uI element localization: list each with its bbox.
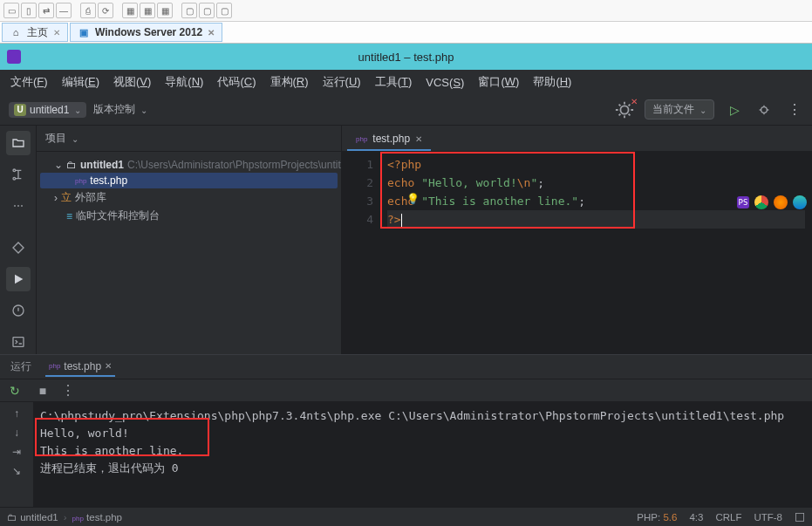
- console-line: This is another line.: [40, 442, 805, 460]
- left-tool-rail: ⋯: [0, 126, 37, 354]
- run-button[interactable]: ▷: [725, 100, 744, 120]
- main-toolbar: U untitled1 版本控制 ✕ 当前文件 ▷ ⋮: [0, 94, 812, 126]
- session-tab-home[interactable]: ⌂ 主页 ✕: [2, 23, 68, 42]
- edge-icon[interactable]: [793, 195, 807, 209]
- structure-tool-icon[interactable]: [6, 162, 31, 187]
- chevron-down-icon: ⌄: [54, 159, 63, 171]
- close-icon[interactable]: ✕: [415, 134, 422, 144]
- os-toolbar-icon[interactable]: ⎙: [80, 3, 96, 18]
- session-tab-windows[interactable]: ▣ Windows Server 2012 ✕: [70, 23, 222, 42]
- terminal-tool-icon[interactable]: [6, 330, 31, 354]
- rerun-button[interactable]: ↻: [5, 381, 24, 400]
- editor-tab-test-php[interactable]: php test.php ✕: [347, 128, 431, 151]
- version-control-button[interactable]: 版本控制: [93, 102, 147, 117]
- menu-file[interactable]: 文件(F): [5, 72, 53, 92]
- chevron-right-icon: ›: [54, 192, 58, 204]
- status-encoding[interactable]: UTF-8: [754, 512, 782, 523]
- os-toolbar-icon[interactable]: ⟳: [98, 3, 113, 18]
- phpstorm-preview-icon[interactable]: PS: [737, 196, 749, 208]
- tree-external-libraries[interactable]: › ⽴ 外部库: [40, 188, 338, 207]
- console-command: C:\phpstudy_pro\Extensions\php\php7.3.4n…: [40, 407, 805, 425]
- debug-bug-icon[interactable]: ✕: [615, 100, 634, 120]
- editor-area: php test.php ✕ 1 2 3 4 💡 PS: [342, 126, 812, 354]
- status-php-version[interactable]: PHP: 5.6: [637, 512, 677, 523]
- chevron-down-icon: [70, 133, 78, 145]
- os-toolbar-icon[interactable]: ▢: [216, 3, 232, 18]
- svg-rect-6: [13, 338, 24, 347]
- breadcrumb-item[interactable]: php test.php: [72, 512, 122, 523]
- tree-file-test-php[interactable]: php test.php: [40, 173, 338, 188]
- more-tool-icon[interactable]: ⋯: [6, 194, 31, 218]
- os-toolbar-icon[interactable]: ▯: [21, 3, 37, 18]
- menu-run[interactable]: 运行(U): [317, 72, 366, 92]
- run-tool-icon[interactable]: [6, 267, 31, 291]
- menu-help[interactable]: 帮助(H): [528, 72, 577, 92]
- chevron-down-icon: [698, 104, 706, 116]
- tree-scratches[interactable]: ≡ 临时文件和控制台: [40, 207, 338, 225]
- project-panel: 项目 ⌄ 🗀 untitled1 C:\Users\Administrator\…: [37, 126, 342, 354]
- close-icon[interactable]: ✕: [53, 28, 60, 38]
- project-panel-header[interactable]: 项目: [37, 126, 341, 152]
- code-content[interactable]: 💡 PS <?phpecho "Hello, world!\n";echo "T…: [380, 152, 812, 354]
- stop-button[interactable]: ■: [33, 381, 52, 400]
- run-configuration-selector[interactable]: 当前文件: [645, 99, 714, 120]
- menu-window[interactable]: 窗口(W): [473, 72, 524, 92]
- editor-gutter: 1 2 3 4: [342, 152, 380, 354]
- down-stacktrace-icon[interactable]: ↓: [14, 427, 19, 439]
- ide-window: untitled1 – test.php 文件(F) 编辑(E) 视图(V) 导…: [0, 44, 812, 526]
- svg-point-3: [13, 177, 16, 180]
- os-toolbar-icon[interactable]: —: [56, 3, 72, 18]
- php-file-icon: php: [75, 177, 86, 185]
- chrome-icon[interactable]: [754, 195, 768, 209]
- menu-refactor[interactable]: 重构(R): [265, 72, 314, 92]
- os-toolbar-icon[interactable]: ▦: [157, 3, 173, 18]
- scroll-to-end-icon[interactable]: ↘: [12, 465, 21, 477]
- main-area: ⋯ 项目 ⌄ 🗀 untitled1 C:\Users\Administrato…: [0, 126, 812, 354]
- project-tool-icon[interactable]: [6, 131, 31, 155]
- db-tool-icon[interactable]: [6, 236, 31, 260]
- more-menu-button[interactable]: ⋮: [784, 100, 803, 120]
- tab-label: Windows Server 2012: [95, 26, 202, 38]
- menu-tools[interactable]: 工具(T): [370, 72, 418, 92]
- more-menu-button[interactable]: ⋮: [61, 382, 73, 399]
- folder-icon: 🗀: [66, 159, 77, 171]
- status-bar: 🗀 untitled1 › php test.php PHP: 5.6 4:3 …: [0, 507, 812, 526]
- os-toolbar-icon[interactable]: ▢: [199, 3, 215, 18]
- breadcrumb-item[interactable]: 🗀 untitled1: [7, 512, 58, 523]
- chevron-down-icon: [72, 104, 81, 116]
- readonly-lock-icon[interactable]: 🞎: [795, 512, 805, 523]
- os-toolbar-icon[interactable]: ▢: [181, 3, 197, 18]
- menu-vcs[interactable]: VCS(S): [420, 74, 469, 91]
- project-chip[interactable]: U untitled1: [9, 102, 86, 118]
- php-file-icon: php: [49, 362, 60, 370]
- close-icon[interactable]: ✕: [208, 28, 215, 38]
- os-toolbar-icon[interactable]: ▦: [140, 3, 155, 18]
- os-toolbar-icon[interactable]: ▭: [3, 3, 19, 18]
- menu-view[interactable]: 视图(V): [108, 72, 156, 92]
- status-cursor-pos[interactable]: 4:3: [689, 512, 703, 523]
- tree-project-root[interactable]: ⌄ 🗀 untitled1 C:\Users\Administrator\Php…: [40, 157, 338, 173]
- problems-tool-icon[interactable]: [6, 298, 31, 323]
- console-exit: 进程已结束，退出代码为 0: [40, 460, 805, 477]
- run-tool-title: 运行: [7, 358, 35, 376]
- session-tabs: ⌂ 主页 ✕ ▣ Windows Server 2012 ✕: [0, 22, 812, 44]
- status-line-ending[interactable]: CRLF: [715, 512, 741, 523]
- intention-bulb-icon[interactable]: 💡: [406, 190, 420, 208]
- run-config-tab[interactable]: php test.php ✕: [45, 358, 115, 377]
- firefox-icon[interactable]: [774, 195, 788, 209]
- code-editor[interactable]: 1 2 3 4 💡 PS <?phpecho "Hello, world!\n"…: [342, 152, 812, 354]
- console-output[interactable]: C:\phpstudy_pro\Extensions\php\php7.3.4n…: [33, 402, 812, 507]
- close-icon[interactable]: ✕: [105, 361, 112, 371]
- soft-wrap-icon[interactable]: ⇥: [12, 446, 21, 458]
- console-line: Hello, world!: [40, 425, 805, 442]
- library-icon: ⽴: [61, 190, 72, 205]
- console-side-toolbar: ↑ ↓ ⇥ ↘: [0, 402, 33, 507]
- debug-button[interactable]: [754, 100, 774, 120]
- os-toolbar-icon[interactable]: ▦: [122, 3, 138, 18]
- os-toolbar-icon[interactable]: ⇄: [38, 3, 54, 18]
- up-stacktrace-icon[interactable]: ↑: [14, 407, 19, 420]
- svg-point-1: [761, 106, 768, 113]
- menu-navigate[interactable]: 导航(N): [160, 72, 208, 92]
- menu-edit[interactable]: 编辑(E): [57, 72, 105, 92]
- menu-code[interactable]: 代码(C): [212, 72, 261, 92]
